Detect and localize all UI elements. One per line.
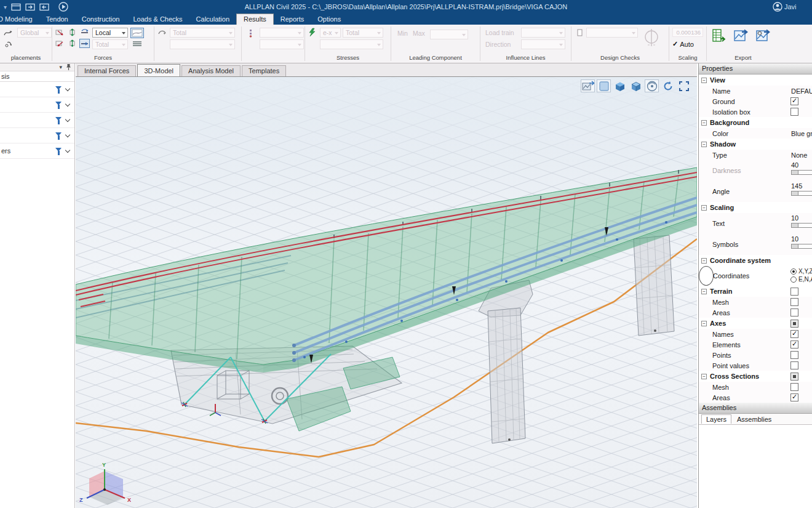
- collapse-icon[interactable]: −: [701, 321, 707, 326]
- filter-funnel-icon[interactable]: [55, 102, 62, 108]
- export-view-icon[interactable]: [581, 79, 595, 92]
- design-check-box-icon[interactable]: [576, 28, 583, 37]
- radio-button-e-n-a[interactable]: [790, 276, 797, 283]
- displacement-type-dropdown[interactable]: Global: [17, 28, 52, 38]
- analysis-list-item-5[interactable]: ers: [0, 143, 74, 159]
- checkbox-areas[interactable]: [790, 308, 798, 316]
- collapse-icon[interactable]: −: [701, 258, 707, 264]
- stress-type-dropdown[interactable]: Total: [343, 28, 383, 38]
- radio-option-e-n-a[interactable]: E,N,A: [790, 276, 812, 283]
- ribbon-tab-d-modeling[interactable]: D Modeling: [0, 14, 39, 25]
- collapse-icon[interactable]: −: [701, 78, 707, 83]
- render-plane-icon[interactable]: [597, 79, 611, 92]
- import-project-icon[interactable]: [39, 2, 49, 11]
- slider-angle[interactable]: [791, 191, 812, 196]
- slider-handle[interactable]: [792, 171, 798, 174]
- checkbox-axes[interactable]: [790, 320, 798, 328]
- chevron-down-icon[interactable]: [65, 147, 70, 152]
- user-account-button[interactable]: Javi: [773, 0, 811, 14]
- ribbon-tab-calculation[interactable]: Calculation: [189, 14, 236, 25]
- new-window-icon[interactable]: [10, 2, 21, 11]
- chevron-down-icon[interactable]: [65, 86, 70, 91]
- viewport-tab-templates[interactable]: Templates: [242, 65, 286, 76]
- checkbox-names[interactable]: [790, 330, 798, 338]
- load-train-dropdown[interactable]: [521, 28, 565, 38]
- forces-component-dropdown[interactable]: Total: [92, 39, 128, 49]
- ribbon-tab-results[interactable]: Results: [236, 14, 274, 25]
- collapse-icon[interactable]: −: [701, 142, 707, 147]
- ribbon-tab-construction[interactable]: Construction: [75, 14, 127, 25]
- slider-darkness[interactable]: [791, 170, 812, 175]
- export-project-icon[interactable]: [25, 2, 35, 11]
- reactions-type-dropdown[interactable]: Total: [170, 28, 235, 38]
- refresh-view-icon[interactable]: [661, 79, 675, 92]
- export-report-icon[interactable]: [710, 28, 728, 44]
- checkbox-point-values[interactable]: [790, 361, 798, 369]
- rotation-curve-icon[interactable]: [3, 40, 14, 49]
- assemblies-tab-layers[interactable]: Layers: [701, 414, 731, 424]
- pin-icon[interactable]: [66, 63, 71, 71]
- displacement-curve-icon[interactable]: [3, 28, 14, 38]
- checkbox-terrain[interactable]: [790, 288, 798, 296]
- panel-menu-caret-icon[interactable]: ▾: [59, 65, 62, 70]
- cube-shaded-icon[interactable]: [629, 79, 643, 92]
- checkbox-mesh[interactable]: [790, 298, 798, 306]
- viewport-tab-internal-forces[interactable]: Internal Forces: [78, 65, 136, 76]
- quick-access-caret-icon[interactable]: ▾: [4, 4, 7, 10]
- collapse-icon[interactable]: −: [701, 205, 707, 211]
- hook-arrow-icon[interactable]: [157, 28, 167, 37]
- bridge-3d-scene[interactable]: Y X Z: [76, 77, 697, 508]
- leading-component-dropdown[interactable]: [430, 30, 468, 39]
- collapse-icon[interactable]: −: [701, 120, 707, 126]
- analysis-list-item-2[interactable]: [0, 97, 74, 113]
- filter-funnel-icon[interactable]: [55, 86, 62, 93]
- viewport-3d[interactable]: Y X Z: [76, 77, 697, 508]
- property-value-type[interactable]: None: [791, 151, 807, 159]
- filter-funnel-icon[interactable]: [55, 148, 62, 155]
- scaling-auto-checkbox[interactable]: ✓ Auto: [672, 40, 703, 48]
- checkbox-elements[interactable]: [790, 341, 798, 349]
- design-axis-icon[interactable]: [642, 28, 661, 51]
- ribbon-tab-loads-checks[interactable]: Loads & Checks: [127, 14, 189, 25]
- ribbon-tab-reports[interactable]: Reports: [274, 14, 311, 25]
- stress-component-dropdown[interactable]: e-x: [320, 28, 341, 38]
- ribbon-tab-tendon[interactable]: Tendon: [39, 14, 75, 25]
- viewport-tab-3d-model[interactable]: 3D-Model: [137, 64, 180, 76]
- slider-symbols[interactable]: [791, 244, 812, 249]
- direction-dropdown[interactable]: [521, 39, 565, 49]
- fullscreen-icon[interactable]: [677, 79, 691, 92]
- export-image-icon[interactable]: [733, 28, 750, 44]
- section-points-icon[interactable]: [245, 28, 256, 38]
- forces-system-dropdown[interactable]: Local: [92, 28, 128, 38]
- section-result-dropdown-2[interactable]: [260, 39, 304, 49]
- filter-funnel-icon[interactable]: [55, 132, 62, 139]
- scaling-value-field[interactable]: 0.000136: [672, 28, 703, 37]
- assemblies-tab-assemblies[interactable]: Assemblies: [733, 415, 776, 424]
- slider-handle[interactable]: [792, 244, 798, 248]
- analysis-list-item-4[interactable]: [0, 128, 74, 143]
- moment-my-icon[interactable]: [79, 28, 90, 37]
- collapse-icon[interactable]: −: [701, 289, 707, 294]
- cube-solid-icon[interactable]: [613, 79, 627, 92]
- ribbon-tab-options[interactable]: Options: [311, 14, 348, 25]
- slider-handle[interactable]: [792, 192, 798, 195]
- force-vz-icon[interactable]: [67, 28, 78, 37]
- chevron-down-icon[interactable]: [65, 101, 70, 106]
- analysis-list-item-3[interactable]: [0, 113, 74, 128]
- slider-handle[interactable]: [792, 224, 798, 227]
- property-value-color[interactable]: Blue gradient: [791, 130, 812, 137]
- stress-lightning-icon[interactable]: [307, 28, 317, 37]
- force-ny-icon[interactable]: [55, 39, 65, 48]
- viewport-tab-analysis-model[interactable]: Analysis Model: [181, 65, 241, 76]
- checkbox-cross-sections[interactable]: [790, 373, 798, 381]
- force-vy-icon[interactable]: [67, 39, 78, 48]
- reactions-component-dropdown[interactable]: [170, 39, 235, 49]
- analysis-list-item-1[interactable]: [0, 82, 74, 97]
- checkbox-isolation-box[interactable]: [790, 108, 798, 116]
- diagram-view-icon[interactable]: [130, 28, 144, 38]
- radio-button-x-y-z[interactable]: [790, 268, 797, 275]
- checkbox-mesh[interactable]: [790, 383, 798, 391]
- moment-mz-icon[interactable]: [79, 39, 90, 48]
- design-check-dropdown[interactable]: [586, 28, 638, 38]
- stress-extra-dropdown[interactable]: [320, 39, 383, 49]
